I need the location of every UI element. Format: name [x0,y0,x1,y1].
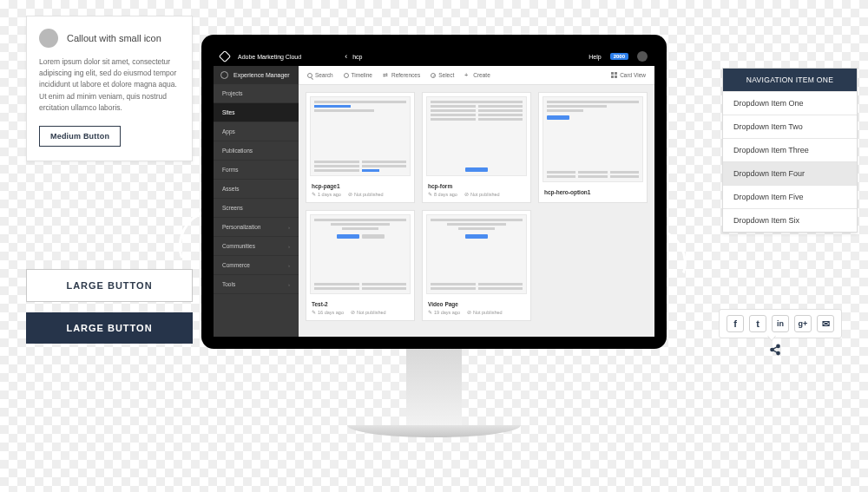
nav-dropdown-header[interactable]: NAVIGATION ITEM ONE [723,69,857,91]
nav-dropdown-item-2[interactable]: Dropdown Item Two [723,115,857,138]
product-title: Adobe Marketing Cloud [238,54,301,60]
sidebar-item-label: Publications [222,148,253,154]
action-bar: Search Timeline References Select Create [299,66,654,85]
view-switch[interactable]: Card View [611,72,646,78]
email-icon[interactable]: ✉ [817,315,834,332]
nav-dropdown-item-3[interactable]: Dropdown Item Three [723,138,857,161]
card-name: hcp-page1 [312,183,409,189]
card-grid: hcp-page11 days agoNot publishedhcp-form… [299,85,654,328]
nav-dropdown-item-6[interactable]: Dropdown Item Six [723,208,857,232]
sidebar-item-label: Communities [222,243,255,249]
medium-button[interactable]: Medium Button [39,126,121,147]
card-name: Video Page [428,301,525,307]
sidebar-item-commerce[interactable]: Commerce› [214,256,299,275]
timeline-action[interactable]: Timeline [344,72,372,78]
sidebar-item-label: Sites [222,109,234,115]
adobe-logo-icon [219,50,231,62]
page-card[interactable]: hcp-hero-option1 [538,92,648,203]
svg-point-1 [771,348,774,351]
sidebar-item-publications[interactable]: Publications [214,141,299,161]
svg-point-0 [777,344,780,348]
large-button-outline[interactable]: LARGE BUTTON [26,269,193,302]
sidebar-item-label: Apps [222,128,235,134]
share-icon[interactable] [769,344,781,358]
search-action[interactable]: Search [307,72,333,78]
select-action[interactable]: Select [431,72,454,78]
sidebar: Experience Manager ProjectsSitesAppsPubl… [214,66,299,337]
page-card[interactable]: hcp-page11 days agoNot published [306,92,415,203]
content-area: Search Timeline References Select Create [299,66,654,337]
callout-card: Callout with small icon Lorem ipsum dolo… [26,16,193,161]
card-substatus: 19 days agoNot published [428,309,525,315]
card-substatus: 1 days agoNot published [312,191,409,197]
help-link[interactable]: Help [589,54,601,60]
social-bar: f t in g+ ✉ [719,309,842,338]
sidebar-item-label: Projects [222,90,242,96]
sidebar-item-sites[interactable]: Sites [214,103,299,122]
card-name: Test-2 [312,301,409,307]
back-icon[interactable]: ‹ [345,52,347,61]
nav-dropdown-item-1[interactable]: Dropdown Item One [723,91,857,115]
twitter-icon[interactable]: t [749,315,766,332]
create-label: Create [473,72,490,78]
svg-point-2 [777,351,780,355]
sidebar-item-communities[interactable]: Communities› [214,237,299,256]
create-action[interactable]: Create [464,72,490,78]
chevron-right-icon: › [288,225,290,230]
large-button-solid[interactable]: LARGE BUTTON [26,312,193,344]
sidebar-item-forms[interactable]: Forms [214,161,299,180]
page-card[interactable]: Video Page19 days agoNot published [422,210,531,321]
googleplus-icon[interactable]: g+ [794,315,812,332]
plus-icon [464,72,470,78]
timeline-label: Timeline [352,72,372,78]
sidebar-item-apps[interactable]: Apps [214,122,299,141]
sidebar-item-label: Personalization [222,224,260,230]
sidebar-item-label: Screens [222,205,243,211]
card-name: hcp-form [428,183,525,189]
references-label: References [391,72,420,78]
sidebar-item-label: Commerce [222,262,250,268]
sidebar-item-label: Assets [222,186,240,192]
page-card[interactable]: Test-216 days agoNot published [306,210,415,321]
nav-dropdown: NAVIGATION ITEM ONE Dropdown Item OneDro… [722,68,858,233]
facebook-icon[interactable]: f [727,315,744,332]
linkedin-icon[interactable]: in [772,315,789,332]
user-avatar[interactable] [637,51,648,62]
callout-title: Callout with small icon [67,33,161,43]
monitor-stand [406,349,462,425]
sidebar-item-personalization[interactable]: Personalization› [214,218,299,237]
clock-icon [344,73,349,78]
callout-icon [39,29,58,48]
chevron-right-icon: › [288,282,290,287]
select-label: Select [438,72,454,78]
sidebar-item-tools[interactable]: Tools› [214,275,299,294]
monitor-frame: Adobe Marketing Cloud ‹ hcp Help 2000 Ex… [201,35,667,349]
notifications-badge[interactable]: 2000 [610,53,628,60]
references-action[interactable]: References [383,72,420,78]
sidebar-item-label: Tools [222,281,235,287]
search-icon [307,73,312,78]
nav-dropdown-item-5[interactable]: Dropdown Item Five [723,185,857,208]
topbar: Adobe Marketing Cloud ‹ hcp Help 2000 [214,47,654,66]
callout-body: Lorem ipsum dolor sit amet, consectetur … [39,56,180,114]
sidebar-header[interactable]: Experience Manager [214,66,299,84]
sidebar-item-projects[interactable]: Projects [214,84,299,103]
chevron-right-icon: › [288,263,290,268]
page-card[interactable]: hcp-form8 days agoNot published [422,92,531,203]
search-label: Search [315,72,333,78]
references-icon [383,72,389,78]
sidebar-item-assets[interactable]: Assets [214,180,299,199]
card-substatus: 8 days agoNot published [428,191,525,197]
sidebar-item-label: Forms [222,167,238,173]
screen: Adobe Marketing Cloud ‹ hcp Help 2000 Ex… [214,47,654,337]
sidebar-item-screens[interactable]: Screens [214,199,299,218]
nav-dropdown-item-4[interactable]: Dropdown Item Four [723,161,857,185]
chevron-right-icon: › [288,244,290,249]
app-icon [220,71,228,79]
svg-line-3 [773,347,777,349]
share-caret [767,335,776,340]
select-icon [431,73,436,78]
breadcrumb[interactable]: hcp [352,54,362,60]
sidebar-header-label: Experience Manager [233,72,290,78]
monitor-base [347,425,521,437]
